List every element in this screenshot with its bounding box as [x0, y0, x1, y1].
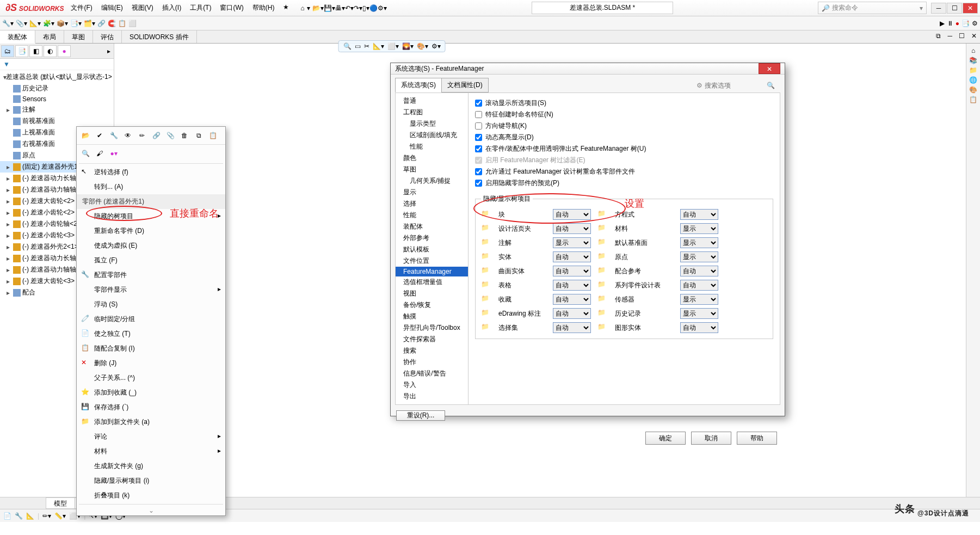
- options-tree-node[interactable]: 文件探索器: [396, 334, 468, 345]
- menu-help[interactable]: 帮助(H): [249, 1, 279, 15]
- options-tree-node[interactable]: 草图: [396, 164, 468, 175]
- options-tree-node[interactable]: 搜索: [396, 345, 468, 356]
- tree-item-select[interactable]: 自动: [680, 280, 718, 291]
- config-tab-icon[interactable]: 📑: [15, 45, 28, 57]
- options-tree-node[interactable]: 导出: [396, 391, 468, 402]
- ctx-comp-display[interactable]: 零部件显示▸: [77, 282, 225, 297]
- ctx-icon[interactable]: ✏: [137, 130, 147, 141]
- appearance-tab-icon[interactable]: ●: [58, 45, 71, 57]
- options-tree-node[interactable]: 触摸: [396, 311, 468, 322]
- tree-item-select[interactable]: 自动: [680, 322, 718, 333]
- tool-icon[interactable]: 📐▾: [29, 20, 41, 27]
- pane-min-icon[interactable]: ─: [944, 30, 956, 43]
- options-icon[interactable]: ⚙▾: [378, 4, 387, 12]
- ctx-icon[interactable]: 🔗: [151, 130, 162, 141]
- options-tree-node[interactable]: 外部参考: [396, 232, 468, 244]
- options-tree-node[interactable]: 显示: [396, 187, 468, 198]
- pane-min-icon[interactable]: ⧉: [933, 30, 944, 43]
- options-tree-node[interactable]: 异型孔向导/Toolbox: [396, 322, 468, 334]
- rec-pause-icon[interactable]: ⏸: [947, 20, 953, 27]
- appearances-icon[interactable]: 🎨▾: [417, 42, 428, 50]
- tab-sketch[interactable]: 草图: [64, 30, 93, 43]
- zoom-area-icon[interactable]: ▭: [355, 42, 361, 50]
- taskpane-file-icon[interactable]: 📁: [969, 66, 977, 74]
- tool-icon[interactable]: 📑▾: [70, 20, 82, 27]
- ctx-icon[interactable]: 👁: [122, 130, 133, 141]
- tree-item-select[interactable]: 显示: [680, 294, 718, 305]
- minimize-button[interactable]: ─: [931, 3, 946, 14]
- option-checkbox[interactable]: 启用隐藏零部件的预览(P): [475, 177, 773, 189]
- ctx-more-icon[interactable]: ⌄: [77, 506, 225, 515]
- view-orient-icon[interactable]: 📐▾: [373, 42, 384, 50]
- ctx-parent-child[interactable]: 父子关系... (^): [77, 371, 225, 385]
- ctx-copy-mates[interactable]: 📋随配合复制 (I): [77, 341, 225, 356]
- taskpane-view-icon[interactable]: 🌐: [969, 76, 977, 84]
- menu-tools[interactable]: 工具(T): [186, 1, 215, 15]
- ctx-icon[interactable]: 📂: [80, 130, 91, 141]
- ctx-icon[interactable]: ✔: [94, 130, 105, 141]
- option-checkbox[interactable]: 动态高亮显示(D): [475, 132, 773, 143]
- tree-item[interactable]: 历史记录: [0, 83, 114, 94]
- tree-item-select[interactable]: 自动: [553, 266, 591, 276]
- new-icon[interactable]: ▾: [305, 4, 312, 12]
- rec-icon[interactable]: ⚙: [972, 20, 978, 27]
- options-tree-node[interactable]: 协作: [396, 356, 468, 368]
- ctx-independent[interactable]: 📄使之独立 (T): [77, 327, 225, 341]
- zoom-fit-icon[interactable]: 🔍: [343, 42, 352, 50]
- options-tree-node[interactable]: 性能: [396, 210, 468, 221]
- rec-icon[interactable]: 📑: [961, 20, 970, 27]
- ctx-hide-show-tree[interactable]: 隐藏/显示树项目 (i): [77, 473, 225, 488]
- pane-close-icon[interactable]: ✕: [968, 30, 980, 43]
- display-style-icon[interactable]: ⬜▾: [387, 42, 399, 50]
- options-search[interactable]: ⚙🔍: [697, 78, 780, 93]
- sb-icon[interactable]: 📐: [26, 512, 34, 520]
- ctx-new-folder[interactable]: 生成新文件夹 (g): [77, 459, 225, 473]
- options-tree-node[interactable]: 选择: [396, 198, 468, 210]
- tool-icon[interactable]: 🧩▾: [43, 20, 54, 27]
- command-search[interactable]: 🔎搜索命令▾: [818, 2, 927, 14]
- ctx-delete[interactable]: ✕删除 (J): [77, 356, 225, 371]
- menu-star-icon[interactable]: ★: [279, 1, 293, 15]
- ctx-material[interactable]: 材料▸: [77, 444, 225, 459]
- fm-tree-tab-icon[interactable]: 🗂: [1, 45, 14, 57]
- ctx-temp-fix[interactable]: 🧷临时固定/分组: [77, 312, 225, 327]
- ctx-configure[interactable]: 🔧配置零部件: [77, 268, 225, 282]
- cancel-button[interactable]: 取消: [691, 432, 731, 445]
- option-checkbox[interactable]: 启用 FeatureManager 树过滤器(E): [475, 155, 773, 166]
- options-tree-node[interactable]: 普通: [396, 95, 468, 107]
- sb-icon[interactable]: ✏▾: [42, 512, 51, 520]
- ctx-invert-selection[interactable]: ↖逆转选择 (f): [77, 165, 225, 180]
- options-tree-node[interactable]: 备份/恢复: [396, 299, 468, 311]
- taskpane-home-icon[interactable]: ⌂: [971, 47, 975, 54]
- dlg-tab-system[interactable]: 系统选项(S): [395, 78, 442, 93]
- maximize-button[interactable]: ☐: [947, 3, 962, 14]
- ctx-collapse[interactable]: 折叠项目 (k): [77, 488, 225, 503]
- dlg-tab-document[interactable]: 文档属性(D): [441, 78, 489, 93]
- tab-assembly[interactable]: 装配体: [0, 30, 35, 44]
- sb-icon[interactable]: 🔧: [15, 512, 23, 520]
- rebuild-icon[interactable]: 🔵: [369, 4, 378, 12]
- reset-button[interactable]: 重设(R)...: [396, 410, 445, 421]
- tab-layout[interactable]: 布局: [35, 30, 64, 43]
- ctx-save-sel[interactable]: 💾保存选择 (`): [77, 400, 225, 415]
- tool-icon[interactable]: ⬜: [128, 20, 137, 27]
- ctx-rename-part[interactable]: 重新命名零件 (D): [77, 224, 225, 238]
- menu-window[interactable]: 窗口(W): [216, 1, 247, 15]
- tab-addins[interactable]: SOLIDWORKS 插件: [122, 30, 197, 43]
- options-tree-node[interactable]: 工程图: [396, 107, 468, 118]
- ctx-add-fav[interactable]: ⭐添加到收藏 (_): [77, 385, 225, 400]
- options-tree-node[interactable]: FeatureManager: [396, 267, 468, 276]
- options-tree-node[interactable]: 显示类型: [396, 118, 468, 130]
- tool-icon[interactable]: 🗂️▾: [84, 20, 95, 27]
- menu-insert[interactable]: 插入(I): [158, 1, 185, 15]
- ctx-goto[interactable]: 转到... (A): [77, 180, 225, 194]
- ctx-isolate[interactable]: 孤立 (F): [77, 253, 225, 268]
- ctx-icon[interactable]: 🔍: [80, 148, 91, 159]
- side-expand-icon[interactable]: ▸: [105, 47, 113, 55]
- ctx-add-folder[interactable]: 📁添加到新文件夹 (a): [77, 415, 225, 429]
- options-tree-node[interactable]: 装配体: [396, 221, 468, 232]
- help-button[interactable]: 帮助: [737, 432, 777, 445]
- tree-item-select[interactable]: 自动: [553, 308, 591, 319]
- options-tree-node[interactable]: 信息/错误/警告: [396, 368, 468, 379]
- ctx-icon[interactable]: ●▾: [108, 148, 119, 159]
